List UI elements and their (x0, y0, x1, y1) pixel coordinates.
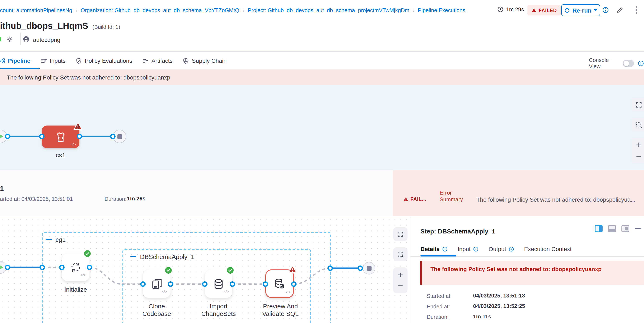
success-badge (227, 267, 234, 274)
rerun-label: Re-run (572, 7, 591, 14)
rerun-button[interactable]: Re-run (561, 4, 600, 16)
stop-icon (117, 134, 122, 139)
user-avatar (23, 36, 29, 42)
connector-point[interactable] (291, 281, 296, 287)
step-preview-validate-sql[interactable]: </> (265, 269, 294, 298)
connector-point[interactable] (230, 281, 235, 287)
step-import-changesets[interactable]: </> (205, 270, 232, 298)
ended-at-value: 04/03/2025, 13:52:25 (473, 303, 525, 309)
connector-point[interactable] (5, 134, 10, 139)
triggered-by-user[interactable]: autocdpng (33, 36, 60, 43)
shield-check-icon (76, 58, 82, 64)
failed-warning-badge (288, 265, 297, 274)
graph-fullscreen-button[interactable] (393, 227, 408, 241)
success-badge (165, 267, 172, 274)
kebab-menu-icon[interactable] (632, 6, 641, 14)
play-icon (0, 265, 3, 270)
tab-policy-evaluations[interactable]: Policy Evaluations (76, 57, 142, 64)
breadcrumb-project[interactable]: Project: Github_db_devops_aut_db_schema_… (248, 7, 409, 14)
tab-details[interactable]: Details (420, 246, 448, 252)
stage-node-cs1[interactable]: </> (42, 126, 80, 148)
divider (20, 33, 21, 45)
failed-warning-badge (74, 122, 82, 131)
gear-icon[interactable] (6, 36, 13, 43)
edit-pencil-icon[interactable] (616, 6, 624, 14)
marquee-select-icon (397, 251, 404, 257)
connector-point[interactable] (5, 265, 10, 270)
duration-value: 1m 11s (473, 313, 491, 320)
connector-point[interactable] (40, 265, 45, 270)
panel-collapse-icon[interactable] (635, 228, 641, 229)
zoom-in-icon[interactable] (397, 271, 404, 278)
collapse-group-icon[interactable] (130, 256, 136, 257)
refresh-icon (564, 7, 570, 13)
step-label-initialize: Initialize (50, 286, 101, 293)
breadcrumb-separator: › (242, 7, 244, 14)
tab-execution-context[interactable]: Execution Context (524, 246, 572, 252)
tab-pipeline-label: Pipeline (8, 57, 30, 64)
console-info-icon[interactable] (638, 60, 644, 66)
connector-point[interactable] (59, 265, 64, 270)
breadcrumb-pipeline-executions[interactable]: Pipeline Executions (418, 7, 465, 14)
group-label[interactable]: cg1 (56, 236, 66, 243)
code-marker: </> (162, 290, 167, 294)
layout-split-bottom-icon[interactable] (608, 225, 616, 232)
connector-point[interactable] (202, 281, 208, 287)
pipeline-canvas[interactable]: </> cs1 (0, 85, 644, 170)
tab-artifacts[interactable]: Artifacts (142, 57, 183, 64)
tab-input[interactable]: Input (458, 246, 478, 252)
connector-point[interactable] (263, 281, 268, 287)
stage-fail-label: FAIL... (410, 196, 426, 202)
canvas-fullscreen-button[interactable] (632, 98, 644, 112)
success-badge (84, 250, 91, 257)
info-icon (442, 246, 448, 252)
stage-started-at: arted at: 04/03/2025, 13:51:01 (0, 196, 73, 202)
step-error-box: The following Policy Set was not adhered… (420, 261, 644, 285)
graph-fit-selection-button[interactable] (393, 247, 408, 261)
console-view-toggle[interactable] (623, 60, 634, 67)
pipeline-title: ithub_dbops_LHqmS (0, 21, 88, 31)
step-error-message: The following Policy Set was not adhered… (430, 266, 644, 272)
status-badge: FAILED (528, 5, 561, 16)
ci-stage-icon (54, 131, 67, 144)
group-label[interactable]: DBSchemaApply_1 (140, 253, 194, 260)
zoom-out-icon[interactable] (635, 153, 642, 160)
connector-point[interactable] (140, 281, 146, 287)
layout-floating-icon[interactable] (622, 225, 629, 232)
tab-inputs[interactable]: Inputs (40, 57, 76, 64)
step-clone-codebase[interactable]: </> (143, 270, 170, 298)
zoom-out-icon[interactable] (397, 282, 404, 289)
console-view-label: Console View (589, 57, 619, 70)
stage-execution-graph[interactable]: cg1 DBSchemaApply_1 </> Initialize (0, 216, 410, 323)
connector-point[interactable] (39, 134, 44, 139)
connector-point[interactable] (328, 265, 333, 271)
warning-triangle-icon (403, 197, 408, 202)
tab-output[interactable]: Output (488, 246, 514, 252)
connector-point[interactable] (110, 134, 116, 139)
layout-split-right-icon[interactable] (595, 225, 603, 232)
end-node[interactable] (363, 262, 375, 274)
breadcrumb-organization[interactable]: Organization: Github_db_devops_aut_db_sc… (81, 7, 239, 14)
connector-point[interactable] (77, 134, 82, 139)
code-marker: </> (81, 273, 86, 277)
zoom-in-icon[interactable] (635, 142, 642, 149)
tab-pipeline[interactable]: Pipeline (0, 57, 40, 64)
stage-error-summary: FAIL... Error Summary The following Poli… (393, 170, 644, 216)
tab-supply-chain[interactable]: Supply Chain (183, 57, 237, 64)
status-badge-label: FAILED (539, 8, 557, 13)
step-panel-title: Step: DBSchemaApply_1 (420, 228, 495, 235)
code-marker: </> (71, 143, 76, 146)
info-icon[interactable] (601, 6, 610, 14)
step-initialize[interactable]: </> (62, 253, 90, 281)
step-label-import-changesets: ImportChangeSets (194, 302, 244, 317)
connector-point[interactable] (358, 265, 363, 271)
codebase-icon (150, 278, 163, 290)
breadcrumb-account[interactable]: count: automationPipelinesNg (0, 7, 72, 14)
shield-network-icon (183, 58, 189, 64)
canvas-fit-selection-button[interactable] (632, 118, 644, 132)
info-icon (473, 246, 478, 252)
connector-point[interactable] (168, 281, 173, 287)
collapse-group-icon[interactable] (46, 239, 52, 240)
connector-point[interactable] (87, 265, 92, 270)
started-at-label: Started at: (427, 293, 452, 299)
